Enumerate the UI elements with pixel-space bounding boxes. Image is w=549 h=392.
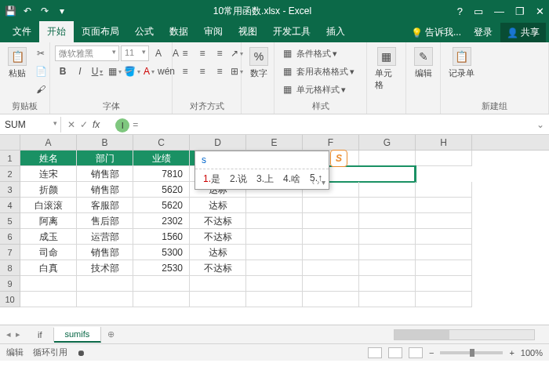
cells-button[interactable]: ▦单元格 — [372, 45, 401, 93]
tab-formulas[interactable]: 公式 — [127, 21, 162, 42]
cell[interactable]: 不达标 — [190, 229, 246, 245]
cell[interactable] — [303, 213, 359, 229]
row-header[interactable]: 8 — [0, 260, 20, 276]
cell[interactable]: 销售部 — [77, 245, 133, 260]
tell-me[interactable]: 💡告诉我... — [406, 23, 466, 42]
cell[interactable] — [359, 213, 416, 229]
cell[interactable] — [416, 229, 472, 245]
tab-dev[interactable]: 开发工具 — [265, 21, 318, 42]
share-button[interactable]: 👤共享 — [500, 23, 546, 42]
name-box[interactable]: SUM — [0, 117, 61, 132]
italic-button[interactable]: I — [72, 64, 88, 79]
cell[interactable]: 销售部 — [77, 182, 133, 198]
sheet-tab-if[interactable]: if — [27, 328, 54, 342]
cell[interactable]: 白真 — [20, 260, 77, 276]
insert-function-button[interactable]: fx — [93, 119, 104, 130]
cell[interactable] — [416, 276, 472, 292]
align-top-button[interactable]: ≡ — [177, 45, 193, 61]
editing-button[interactable]: ✎编辑 — [411, 45, 436, 81]
cell[interactable] — [416, 245, 472, 260]
row-header[interactable]: 5 — [0, 213, 20, 229]
col-header[interactable]: E — [246, 135, 303, 150]
minimize-button[interactable]: — — [494, 5, 504, 17]
cell[interactable]: 1560 — [133, 229, 190, 245]
cell[interactable] — [303, 260, 359, 276]
cell[interactable] — [133, 276, 190, 292]
undo-icon[interactable]: ↶ — [22, 5, 33, 16]
col-header[interactable]: D — [190, 135, 246, 150]
formula-bar[interactable]: I = — [111, 117, 532, 132]
bold-button[interactable]: B — [55, 64, 71, 79]
paste-button[interactable]: 📋 粘贴 — [5, 45, 30, 81]
row-header[interactable]: 7 — [0, 245, 20, 260]
redo-icon[interactable]: ↷ — [39, 5, 50, 16]
cell[interactable]: 2530 — [133, 260, 190, 276]
border-button[interactable]: ▦ — [107, 64, 122, 79]
cell[interactable]: 5620 — [133, 198, 190, 213]
cell[interactable] — [359, 229, 416, 245]
tab-layout[interactable]: 页面布局 — [74, 21, 127, 42]
table-header[interactable]: 部门 — [77, 151, 133, 166]
align-middle-button[interactable]: ≡ — [195, 45, 210, 61]
align-center-button[interactable]: ≡ — [195, 64, 210, 79]
phonetic-button[interactable]: wén — [158, 64, 174, 79]
cell[interactable] — [359, 292, 416, 307]
cell[interactable] — [246, 276, 303, 292]
cell[interactable]: 7810 — [133, 166, 190, 182]
ime-candidate-window[interactable]: s 1.是2.说3.上4.啥5.↑ ‹ › ▾ S — [195, 151, 329, 190]
format-painter-button[interactable]: 🖌 — [33, 82, 49, 97]
cell[interactable] — [359, 182, 416, 198]
conditional-format-button[interactable]: ▦条件格式▾ — [279, 45, 354, 61]
zoom-level[interactable]: 100% — [521, 348, 543, 358]
align-right-button[interactable]: ≡ — [212, 64, 227, 79]
row-header[interactable]: 10 — [0, 292, 20, 307]
cell[interactable] — [416, 182, 472, 198]
font-name-combo[interactable]: 微软雅黑 — [55, 45, 119, 61]
zoom-in-button[interactable]: + — [509, 348, 514, 358]
col-header[interactable]: A — [20, 135, 77, 150]
underline-button[interactable]: U — [89, 64, 105, 79]
login-button[interactable]: 登录 — [469, 23, 497, 42]
cell[interactable]: 技术部 — [77, 260, 133, 276]
font-size-combo[interactable]: 11 — [121, 45, 149, 61]
cell[interactable]: 白滚滚 — [20, 198, 77, 213]
cell[interactable] — [190, 292, 246, 307]
cell[interactable] — [133, 292, 190, 307]
cell[interactable]: 成玉 — [20, 229, 77, 245]
cell[interactable]: 阿离 — [20, 213, 77, 229]
sheet-tab-sumifs[interactable]: sumifs — [54, 327, 102, 343]
cell[interactable] — [20, 276, 77, 292]
table-header[interactable]: 业绩 — [133, 151, 190, 166]
tab-data[interactable]: 数据 — [162, 21, 196, 42]
qat-more-icon[interactable]: ▾ — [56, 5, 67, 16]
cell-styles-button[interactable]: ▦单元格样式▾ — [279, 82, 354, 97]
cut-button[interactable]: ✂ — [33, 45, 49, 61]
table-header[interactable]: 姓名 — [20, 151, 77, 166]
cell[interactable] — [416, 213, 472, 229]
view-normal-button[interactable] — [368, 347, 382, 358]
cell[interactable]: 售后部 — [77, 213, 133, 229]
sheet-nav-prev[interactable]: ◂ — [6, 329, 11, 339]
ime-candidate[interactable]: 3.上 — [255, 172, 274, 186]
cell[interactable] — [359, 260, 416, 276]
copy-button[interactable]: 📄 — [33, 64, 49, 79]
col-header[interactable]: G — [359, 135, 416, 150]
worksheet-grid[interactable]: A B C D E F G H 1姓名部门业绩达2连宋销售部7810达标=3折颜… — [0, 135, 549, 325]
font-color-button[interactable]: A — [141, 64, 157, 79]
row-header[interactable]: 1 — [0, 151, 20, 166]
cell[interactable]: 达标 — [190, 198, 246, 213]
close-button[interactable]: ✕ — [536, 5, 544, 17]
grow-font-button[interactable]: A — [151, 45, 166, 61]
expand-formula-bar-button[interactable]: ⌄ — [532, 119, 549, 130]
tab-review[interactable]: 审阅 — [196, 21, 231, 42]
tab-view[interactable]: 视图 — [231, 21, 265, 42]
cell[interactable]: 2302 — [133, 213, 190, 229]
cell[interactable] — [20, 292, 77, 307]
cell[interactable]: 不达标 — [190, 213, 246, 229]
cell[interactable]: 5300 — [133, 245, 190, 260]
cell[interactable]: 销售部 — [77, 166, 133, 182]
restore-button[interactable]: ❐ — [515, 5, 525, 17]
col-header[interactable]: B — [77, 135, 133, 150]
enter-formula-button[interactable]: ✓ — [80, 119, 88, 130]
zoom-out-button[interactable]: − — [429, 348, 434, 358]
